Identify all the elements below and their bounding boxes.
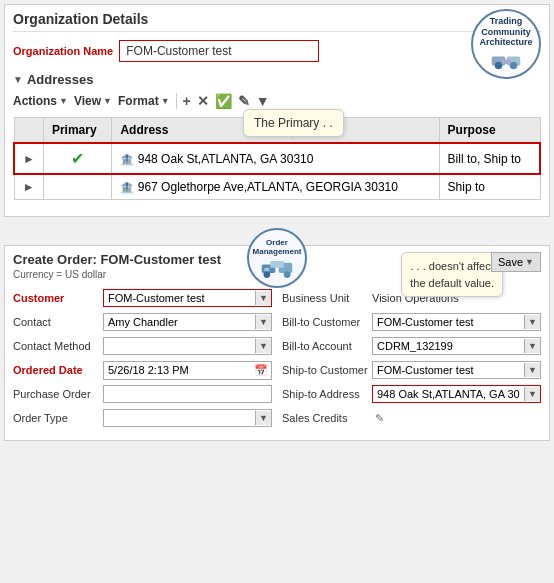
table-row[interactable]: ► 🏦 967 Oglethorpe Ave,ATLANTA, GEORGIA … [14, 174, 540, 200]
approve-icon[interactable]: ✅ [215, 94, 232, 108]
ship-to-customer-input[interactable] [373, 362, 524, 378]
order-mgmt-icon [260, 256, 294, 278]
row-expander-2[interactable]: ► [14, 174, 43, 200]
customer-input[interactable] [104, 290, 255, 306]
ship-to-customer-label: Ship-to Customer [282, 364, 372, 376]
delete-icon[interactable]: ✕ [197, 94, 209, 108]
form-left: Customer ▼ Contact ▼ Contact Method [13, 286, 272, 430]
bill-to-account-row: Bill-to Account ▼ [282, 334, 541, 358]
bill-to-customer-label: Bill-to Customer [282, 316, 372, 328]
customer-input-wrap[interactable]: ▼ [103, 289, 272, 307]
tca-badge-text: Trading Community Architecture [479, 16, 532, 48]
order-mgmt-badge: Order Management [247, 228, 307, 288]
purchase-order-label: Purchase Order [13, 388, 103, 400]
org-details-title: Organization Details [13, 11, 541, 32]
svg-rect-10 [264, 268, 269, 271]
ship-to-customer-dropdown-icon[interactable]: ▼ [524, 363, 540, 377]
contact-dropdown-icon[interactable]: ▼ [255, 315, 271, 329]
top-panel: Organization Details Trading Community A… [4, 4, 550, 217]
bill-to-customer-row: Bill-to Customer ▼ [282, 310, 541, 334]
svg-point-3 [510, 62, 518, 70]
purpose-cell-1: Bill to, Ship to [439, 143, 540, 174]
ship-to-customer-row: Ship-to Customer ▼ [282, 358, 541, 382]
order-mgmt-text: Order Management [253, 238, 302, 256]
table-row[interactable]: ► ✔ 🏦 948 Oak St,ATLANTA, GA 30310 Bill … [14, 143, 540, 174]
order-form: Customer ▼ Contact ▼ Contact Method [13, 286, 541, 430]
form-right: Business Unit Vision Operations Bill-to … [282, 286, 541, 430]
customer-row: Customer ▼ [13, 286, 272, 310]
bill-to-customer-dropdown-icon[interactable]: ▼ [524, 315, 540, 329]
toolbar-separator [176, 93, 177, 109]
ship-to-address-wrap[interactable]: ▼ [372, 385, 541, 403]
address-pin-icon: 🏦 [120, 153, 134, 165]
addresses-toolbar: Actions ▼ View ▼ Format ▼ + ✕ ✅ ✎ ▼ [13, 93, 541, 109]
actions-arrow-icon: ▼ [59, 96, 68, 106]
col-primary: Primary [43, 118, 112, 144]
bill-to-account-dropdown-icon[interactable]: ▼ [524, 339, 540, 353]
save-button[interactable]: Save ▼ [491, 252, 541, 272]
bill-to-customer-input[interactable] [373, 314, 524, 330]
order-type-row: Order Type ▼ [13, 406, 272, 430]
order-type-label: Order Type [13, 412, 103, 424]
bill-to-customer-wrap[interactable]: ▼ [372, 313, 541, 331]
ship-to-address-label: Ship-to Address [282, 388, 372, 400]
svg-point-7 [263, 271, 270, 278]
ordered-date-label: Ordered Date [13, 364, 103, 376]
contact-row: Contact ▼ [13, 310, 272, 334]
edit-pencil-icon[interactable]: ✎ [238, 94, 250, 108]
sales-credits-edit-icon[interactable]: ✎ [375, 412, 384, 425]
contact-input-wrap[interactable]: ▼ [103, 313, 272, 331]
more-icon[interactable]: ▼ [256, 94, 270, 108]
primary-tooltip: The Primary . . [243, 109, 344, 137]
row-expander-1[interactable]: ► [14, 143, 43, 174]
bill-to-account-label: Bill-to Account [282, 340, 372, 352]
org-name-label: Organization Name [13, 45, 113, 57]
tooltip-container: The Primary . . Primary Address Purpose … [13, 117, 541, 200]
format-arrow-icon: ▼ [161, 96, 170, 106]
contact-method-label: Contact Method [13, 340, 103, 352]
view-btn[interactable]: View ▼ [74, 94, 112, 108]
ordered-date-input[interactable] [104, 362, 251, 378]
primary-check-icon: ✔ [71, 150, 84, 167]
default-value-tooltip: . . . doesn't affect the default value. [401, 252, 503, 297]
purchase-order-input[interactable] [103, 385, 272, 403]
format-btn[interactable]: Format ▼ [118, 94, 170, 108]
contact-method-row: Contact Method ▼ [13, 334, 272, 358]
org-name-row: Organization Name [13, 40, 541, 62]
customer-dropdown-icon[interactable]: ▼ [255, 291, 271, 305]
svg-rect-4 [502, 60, 511, 65]
order-type-wrap[interactable]: ▼ [103, 409, 272, 427]
svg-rect-9 [270, 261, 284, 268]
ship-to-address-input[interactable] [373, 386, 524, 402]
calendar-icon[interactable]: 📅 [251, 362, 271, 379]
save-arrow-icon: ▼ [525, 257, 534, 267]
address-pin-icon-2: 🏦 [120, 181, 134, 193]
ship-to-address-dropdown-icon[interactable]: ▼ [524, 387, 540, 401]
ordered-date-row: Ordered Date 📅 [13, 358, 272, 382]
contact-input[interactable] [104, 314, 255, 330]
contact-method-wrap[interactable]: ▼ [103, 337, 272, 355]
ship-to-customer-wrap[interactable]: ▼ [372, 361, 541, 379]
tca-icon [491, 50, 521, 72]
svg-point-8 [284, 271, 291, 278]
primary-cell-2 [43, 174, 112, 200]
business-unit-label: Business Unit [282, 292, 372, 304]
main-wrapper: Organization Details Trading Community A… [0, 0, 554, 445]
sales-credits-row: Sales Credits ✎ [282, 406, 541, 430]
col-expander [14, 118, 43, 144]
actions-btn[interactable]: Actions ▼ [13, 94, 68, 108]
ordered-date-wrap[interactable]: 📅 [103, 361, 272, 380]
collapse-icon[interactable]: ▼ [13, 74, 23, 85]
sales-credits-label: Sales Credits [282, 412, 372, 424]
order-type-dropdown-icon[interactable]: ▼ [255, 411, 271, 425]
order-type-input[interactable] [104, 410, 255, 426]
bill-to-account-wrap[interactable]: ▼ [372, 337, 541, 355]
add-icon[interactable]: + [183, 94, 191, 108]
contact-method-input[interactable] [104, 338, 255, 354]
org-name-input[interactable] [119, 40, 319, 62]
bill-to-account-input[interactable] [373, 338, 524, 354]
view-arrow-icon: ▼ [103, 96, 112, 106]
address-cell-2: 🏦 967 Oglethorpe Ave,ATLANTA, GEORGIA 30… [112, 174, 439, 200]
contact-method-dropdown-icon[interactable]: ▼ [255, 339, 271, 353]
col-purpose: Purpose [439, 118, 540, 144]
